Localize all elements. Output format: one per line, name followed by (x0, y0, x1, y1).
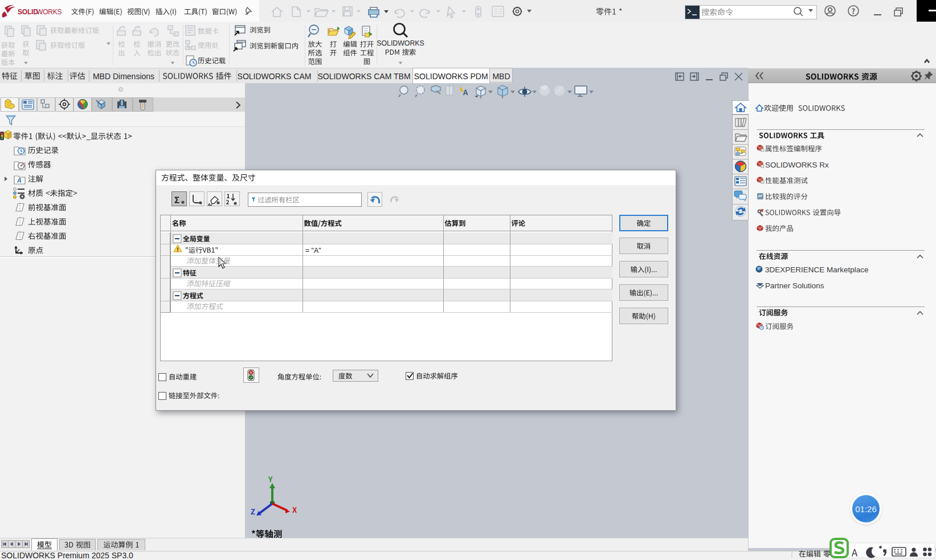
svg-text:SOLIDWORKS: SOLIDWORKS (377, 39, 424, 47)
svg-text:SOLIDWORKS CAM TBM: SOLIDWORKS CAM TBM (317, 72, 410, 81)
svg-text:SOLIDWORKS PDM: SOLIDWORKS PDM (414, 72, 488, 81)
svg-text:= "A": = "A" (305, 247, 321, 255)
svg-text:MBD Dimensions: MBD Dimensions (93, 72, 154, 81)
svg-text:3DEXPERIENCE Marketplace: 3DEXPERIENCE Marketplace (765, 265, 869, 274)
svg-text:SOLIDWORKS CAM: SOLIDWORKS CAM (238, 72, 312, 81)
svg-text:MBD: MBD (492, 72, 510, 81)
svg-text:01:26: 01:26 (855, 504, 877, 514)
svg-text:SOLIDWORKS Rx: SOLIDWORKS Rx (765, 161, 829, 169)
svg-text:SOLIDWORKS Premium 2025 SP3.0: SOLIDWORKS Premium 2025 SP3.0 (1, 551, 133, 560)
svg-text:Partner Solutions: Partner Solutions (765, 281, 824, 290)
